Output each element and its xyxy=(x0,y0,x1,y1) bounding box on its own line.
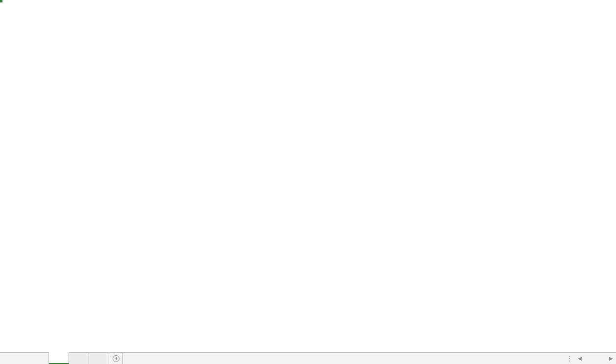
add-sheet-button[interactable] xyxy=(109,353,123,364)
sheet-tab-bar: ⋮ ◄ ► xyxy=(0,352,616,364)
scroll-left-icon[interactable]: ◄ xyxy=(577,356,583,362)
sheet-tab-1[interactable] xyxy=(49,352,69,364)
sheet-tab-2[interactable] xyxy=(69,353,89,364)
tab-nav-spacer xyxy=(0,353,49,364)
horizontal-scroll-controls: ⋮ ◄ ► xyxy=(567,353,616,364)
resize-dots-icon[interactable]: ⋮ xyxy=(567,355,574,362)
cell-selection xyxy=(0,0,2,2)
spreadsheet-grid[interactable] xyxy=(0,0,616,352)
sheet-tab-3[interactable] xyxy=(89,353,109,364)
plus-icon xyxy=(113,355,119,362)
scroll-right-icon[interactable]: ► xyxy=(608,356,614,362)
